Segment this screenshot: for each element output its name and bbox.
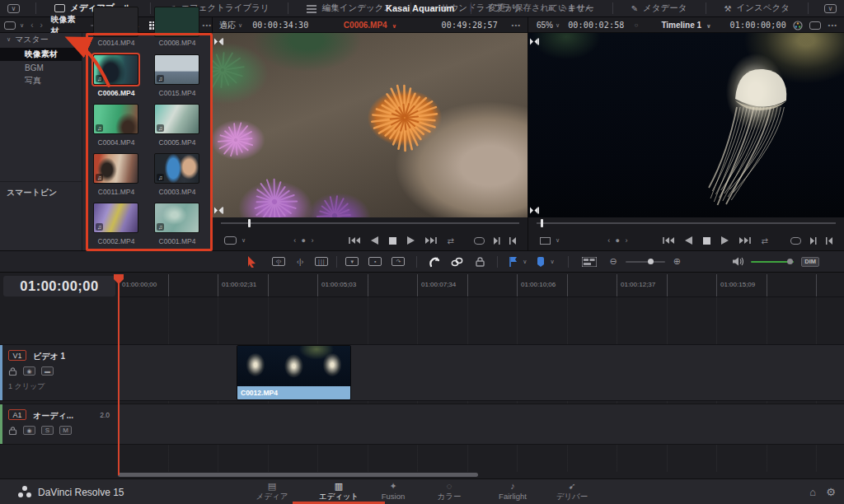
clip-name[interactable]: C0011.MP4	[87, 188, 145, 196]
color-wheel-icon[interactable]	[793, 21, 803, 30]
track-lock-icon[interactable]	[8, 426, 17, 435]
audio-track-lane[interactable]	[118, 404, 844, 445]
next-frame-icon[interactable]	[494, 237, 500, 245]
audio-track-destination-button[interactable]: A1	[8, 409, 26, 420]
clip-thumbnail[interactable]	[93, 7, 138, 37]
clip-name[interactable]: C0006.MP4	[87, 89, 145, 97]
fullscreen-viewer-icon[interactable]	[809, 21, 821, 30]
timeline-viewer-options-menu[interactable]: •••	[828, 21, 837, 29]
dynamic-trim-button[interactable]: ‹|›	[297, 258, 303, 266]
source-playhead-handle[interactable]	[248, 219, 251, 227]
viewer-edge-handle-icon[interactable]	[530, 37, 539, 44]
bin-back-button[interactable]: ‹	[30, 21, 33, 30]
loop-icon[interactable]: ⇄	[762, 236, 768, 245]
in-out-range-icon[interactable]	[790, 237, 801, 245]
clip-thumbnail[interactable]: ♫	[154, 153, 199, 184]
clip-name[interactable]: C0008.MP4	[148, 39, 206, 47]
insert-clip-button[interactable]: ▾	[345, 257, 359, 266]
media-pool-toggle-button[interactable]: ∨	[0, 4, 27, 13]
stop-icon[interactable]	[389, 237, 396, 245]
play-reverse-icon[interactable]	[685, 236, 692, 245]
clip-name[interactable]: C0014.MP4	[87, 39, 145, 47]
source-gang-mode-button[interactable]: ∨	[224, 236, 246, 245]
audio-track-header[interactable]: A1 オーディ... 2.0 ◉ S M	[0, 404, 118, 445]
source-viewer-image[interactable]	[213, 33, 528, 217]
clip-thumbnail[interactable]: ♫	[93, 104, 138, 134]
clip-name[interactable]: C0005.MP4	[148, 138, 206, 147]
home-icon[interactable]: ⌂	[809, 486, 816, 498]
clip-name[interactable]: C0003.MP4	[148, 188, 206, 196]
prev-frame-icon[interactable]	[826, 237, 832, 245]
inspector-toggle-button[interactable]: ∨	[817, 4, 844, 13]
next-frame-icon[interactable]	[810, 237, 817, 245]
page-color[interactable]: ◌ カラー	[416, 481, 482, 502]
source-clip-select[interactable]: C0006.MP4 ∨	[344, 21, 396, 30]
smart-bins-header[interactable]: スマートビン	[0, 186, 57, 199]
in-out-range-icon[interactable]	[474, 237, 485, 245]
mute-button[interactable]: M	[59, 426, 72, 435]
selection-tool-button[interactable]	[247, 256, 257, 268]
timeline-playhead-handle[interactable]	[541, 219, 543, 227]
dim-button[interactable]: DIM	[801, 257, 819, 267]
auto-select-icon[interactable]: ◉	[23, 366, 35, 376]
auto-select-icon[interactable]: ◉	[23, 426, 35, 435]
play-reverse-icon[interactable]	[371, 236, 378, 245]
timeline-ruler[interactable]: 01:00:00;00 01:00:02;31 01:00:05;03 01:0…	[118, 274, 844, 297]
skip-start-icon[interactable]	[349, 236, 360, 245]
video-track-destination-button[interactable]: V1	[8, 350, 26, 361]
jog-control[interactable]: ‹ ● ›	[293, 236, 315, 245]
zoom-in-button[interactable]: ⊕	[673, 256, 681, 267]
clip-thumbnail[interactable]: ♫	[93, 203, 138, 233]
clip-name[interactable]: C0004.MP4	[87, 138, 145, 147]
viewer-edge-handle-icon[interactable]	[214, 206, 223, 213]
clip-thumbnail-selected[interactable]: ♫	[93, 54, 138, 85]
source-fit-select[interactable]: 適応	[219, 20, 236, 31]
clip-thumbnail[interactable]: ♫	[93, 153, 138, 184]
clip-name[interactable]: C0002.MP4	[87, 237, 145, 245]
timeline-scrubber[interactable]	[537, 222, 836, 224]
play-icon[interactable]	[721, 236, 729, 245]
bin-photos[interactable]: 写真	[0, 74, 82, 87]
bin-bgm[interactable]: BGM	[0, 61, 82, 74]
tab-mixer[interactable]: ⅲ ミキサー	[538, 0, 604, 16]
clip-thumbnail[interactable]: ♫	[154, 54, 199, 85]
timeline-track-area[interactable]: C0012.MP4	[118, 297, 844, 472]
pool-options-menu[interactable]: •••	[203, 21, 212, 29]
snapping-button[interactable]	[429, 256, 439, 268]
link-clips-button[interactable]	[451, 257, 463, 267]
timeline-select[interactable]: Timeline 1 ∨	[661, 21, 710, 30]
timeline-mode-button[interactable]: ∨	[540, 237, 560, 245]
timeline-clip[interactable]: C0012.MP4	[237, 345, 351, 400]
clip-thumbnail[interactable]	[154, 7, 199, 37]
timeline-horizontal-scrollbar[interactable]	[118, 473, 478, 477]
timeline-viewer-image[interactable]	[528, 33, 844, 217]
timeline-view-options-button[interactable]	[582, 257, 597, 267]
audio-monitor-icon[interactable]	[733, 257, 743, 266]
clip-thumbnail[interactable]: ♫	[154, 203, 199, 233]
overwrite-clip-button[interactable]: ▪	[368, 257, 382, 266]
tab-metadata[interactable]: ✎ メタデータ	[621, 0, 697, 16]
solo-button[interactable]: S	[41, 426, 54, 435]
pool-view-mode-button[interactable]: ∨	[0, 21, 24, 30]
video-track-lane[interactable]: C0012.MP4	[118, 344, 844, 401]
settings-gear-icon[interactable]: ⚙	[826, 486, 836, 498]
replace-clip-button[interactable]: ↷	[392, 257, 405, 266]
clip-thumbnail[interactable]: ♫	[154, 104, 199, 134]
skip-start-icon[interactable]	[663, 236, 674, 245]
bin-video-material[interactable]: 映像素材	[0, 48, 82, 61]
viewer-edge-handle-icon[interactable]	[214, 37, 223, 44]
track-lock-icon[interactable]	[8, 366, 17, 376]
prev-frame-icon[interactable]	[509, 237, 516, 245]
play-icon[interactable]	[407, 236, 415, 245]
timeline-zoom-slider[interactable]	[626, 261, 665, 263]
razor-tool-button[interactable]: |||	[315, 257, 328, 266]
volume-slider[interactable]	[751, 261, 794, 263]
bin-forward-button[interactable]: ›	[40, 21, 42, 30]
loop-icon[interactable]: ⇄	[448, 236, 454, 245]
video-track-header[interactable]: V1 ビデオ 1 ◉ ▬ 1 クリップ	[0, 344, 118, 401]
tab-inspector[interactable]: ⚒ インスペクタ	[715, 0, 799, 16]
stop-icon[interactable]	[703, 237, 710, 245]
jog-control[interactable]: ‹ ● ›	[607, 236, 629, 245]
page-fairlight[interactable]: ♪ Fairlight	[480, 481, 546, 501]
trim-edit-mode-button[interactable]: ‹|›	[272, 257, 285, 266]
